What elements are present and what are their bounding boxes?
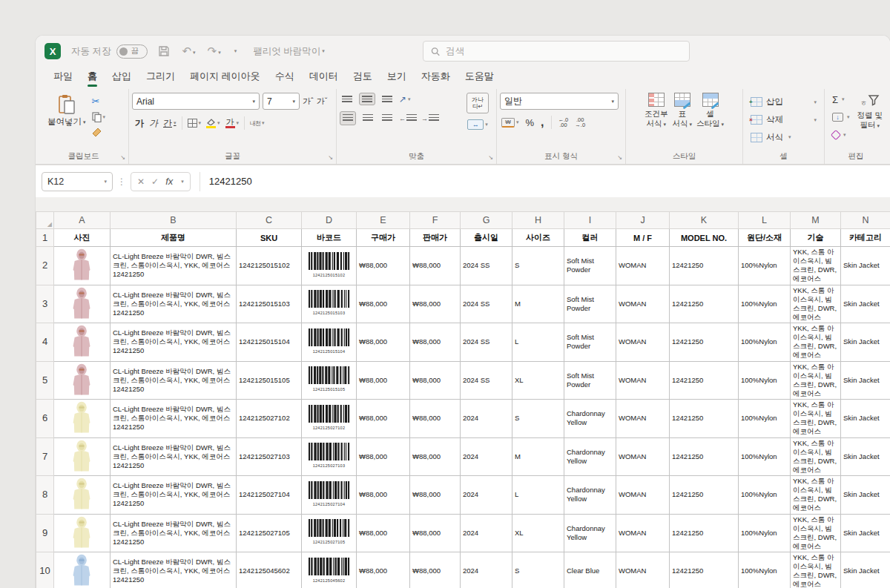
format-painter-button[interactable] bbox=[92, 128, 106, 137]
product-photo-cell[interactable] bbox=[54, 400, 111, 438]
sku-cell[interactable]: 1242125027102 bbox=[237, 400, 302, 438]
model-no-cell[interactable]: 12421250 bbox=[670, 400, 739, 438]
sku-cell[interactable]: 1242125027105 bbox=[237, 514, 302, 552]
percent-style-button[interactable]: % bbox=[526, 117, 535, 128]
model-no-cell[interactable]: 12421250 bbox=[670, 476, 739, 515]
increase-indent-button[interactable]: → bbox=[421, 114, 439, 122]
row-number[interactable]: 4 bbox=[36, 323, 54, 362]
ribbon-tab-수식[interactable]: 수식 bbox=[268, 70, 302, 89]
size-cell[interactable]: L bbox=[512, 476, 564, 515]
merge-center-button[interactable]: ↔ bbox=[467, 119, 488, 130]
gender-cell[interactable]: WOMAN bbox=[616, 514, 670, 552]
row-number[interactable]: 7 bbox=[36, 437, 54, 476]
formula-input[interactable]: 12421250 bbox=[200, 172, 890, 191]
gender-cell[interactable]: WOMAN bbox=[616, 323, 670, 362]
ribbon-tab-홈[interactable]: 홈 bbox=[80, 70, 105, 89]
column-header-J[interactable]: J bbox=[616, 212, 670, 229]
table-column-title[interactable]: 카테고리 bbox=[841, 229, 890, 247]
insert-cells-button[interactable]: + 삽입 bbox=[746, 93, 821, 110]
sale-price-cell[interactable]: ₩88,000 bbox=[410, 437, 461, 476]
model-no-cell[interactable]: 12421250 bbox=[670, 552, 739, 588]
clear-button[interactable] bbox=[832, 128, 850, 142]
row-number[interactable]: 2 bbox=[36, 247, 54, 285]
model-no-cell[interactable]: 12421250 bbox=[670, 247, 739, 285]
color-cell[interactable]: Chardonnay Yellow bbox=[564, 514, 616, 552]
column-header-A[interactable]: A bbox=[54, 212, 111, 229]
cancel-icon[interactable]: ✕ bbox=[137, 176, 145, 187]
column-header-F[interactable]: F bbox=[410, 212, 461, 229]
row-number[interactable]: 8 bbox=[36, 476, 54, 515]
fabric-cell[interactable]: 100%Nylon bbox=[739, 323, 791, 362]
fabric-cell[interactable]: 100%Nylon bbox=[739, 514, 791, 552]
ribbon-tab-검토[interactable]: 검토 bbox=[346, 70, 380, 89]
redo-button[interactable]: ↷ bbox=[208, 44, 221, 58]
search-input[interactable] bbox=[446, 46, 682, 56]
ribbon-tab-자동화[interactable]: 자동화 bbox=[414, 70, 458, 89]
font-size-combobox[interactable]: 7 bbox=[263, 93, 300, 110]
name-box[interactable]: K12 bbox=[42, 172, 113, 191]
sale-price-cell[interactable]: ₩88,000 bbox=[410, 323, 461, 362]
launch-date-cell[interactable]: 2024 SS bbox=[461, 361, 512, 400]
gender-cell[interactable]: WOMAN bbox=[616, 552, 670, 588]
ribbon-tab-보기[interactable]: 보기 bbox=[380, 70, 414, 89]
product-photo-cell[interactable] bbox=[54, 247, 111, 285]
size-cell[interactable]: M bbox=[512, 285, 564, 323]
product-photo-cell[interactable] bbox=[54, 285, 111, 323]
phonetic-guide-button[interactable]: 내천 bbox=[250, 119, 265, 128]
table-column-title[interactable]: 판매가 bbox=[410, 229, 461, 247]
borders-button[interactable] bbox=[188, 119, 202, 128]
size-cell[interactable]: S bbox=[512, 552, 564, 588]
product-photo-cell[interactable] bbox=[54, 552, 111, 588]
fabric-cell[interactable]: 100%Nylon bbox=[739, 552, 791, 588]
category-cell[interactable]: Skin Jacket bbox=[841, 437, 890, 476]
column-header-D[interactable]: D bbox=[302, 212, 357, 229]
column-header-B[interactable]: B bbox=[111, 212, 237, 229]
table-column-title[interactable]: 원단/소재 bbox=[739, 229, 791, 247]
product-name-cell[interactable]: CL-Light Breeze 바람막이 DWR, 빔스크린, 스톰아이스옥시,… bbox=[111, 361, 237, 400]
quick-access-overflow-chevron[interactable] bbox=[233, 48, 237, 54]
table-column-title[interactable]: 구매가 bbox=[357, 229, 410, 247]
ribbon-tab-그리기[interactable]: 그리기 bbox=[139, 70, 182, 89]
color-cell[interactable]: Chardonnay Yellow bbox=[564, 437, 616, 476]
launch-date-cell[interactable]: 2024 SS bbox=[461, 323, 512, 362]
column-header-N[interactable]: N bbox=[841, 212, 890, 229]
enter-icon[interactable]: ✓ bbox=[151, 176, 159, 187]
document-title[interactable]: 팰리엇 바람막이 bbox=[253, 45, 325, 58]
product-photo-cell[interactable] bbox=[54, 361, 111, 400]
fabric-cell[interactable]: 100%Nylon bbox=[739, 437, 791, 476]
formula-bar-splitter[interactable]: ⋮ bbox=[117, 176, 126, 187]
size-cell[interactable]: M bbox=[512, 437, 564, 476]
category-cell[interactable]: Skin Jacket bbox=[841, 514, 890, 552]
undo-button[interactable]: ↶ bbox=[182, 44, 195, 58]
purchase-price-cell[interactable]: ₩88,000 bbox=[357, 285, 410, 323]
category-cell[interactable]: Skin Jacket bbox=[841, 476, 890, 515]
ribbon-tab-삽입[interactable]: 삽입 bbox=[105, 70, 139, 89]
align-bottom-button[interactable] bbox=[380, 93, 395, 105]
tech-cell[interactable]: YKK, 스톰 아이스옥시, 빔스크린, DWR, 에코어스 bbox=[791, 552, 841, 588]
model-no-cell[interactable]: 12421250 bbox=[670, 323, 739, 362]
tech-cell[interactable]: YKK, 스톰 아이스옥시, 빔스크린, DWR, 에코어스 bbox=[791, 323, 841, 362]
excel-app-icon[interactable]: X bbox=[44, 43, 61, 59]
purchase-price-cell[interactable]: ₩88,000 bbox=[357, 476, 410, 515]
model-no-cell[interactable]: 12421250 bbox=[670, 361, 739, 400]
category-cell[interactable]: Skin Jacket bbox=[841, 361, 890, 400]
model-no-cell[interactable]: 12421250 bbox=[670, 437, 739, 476]
column-header-G[interactable]: G bbox=[461, 212, 512, 229]
underline-button[interactable]: 간 bbox=[163, 117, 177, 130]
color-cell[interactable]: Soft Mist Powder bbox=[564, 247, 616, 285]
tech-cell[interactable]: YKK, 스톰 아이스옥시, 빔스크린, DWR, 에코어스 bbox=[791, 285, 841, 323]
table-column-title[interactable]: SKU bbox=[237, 229, 302, 247]
table-column-title[interactable]: MODEL NO. bbox=[670, 229, 739, 247]
fabric-cell[interactable]: 100%Nylon bbox=[739, 247, 791, 285]
sku-cell[interactable]: 1242125015102 bbox=[237, 247, 302, 285]
gender-cell[interactable]: WOMAN bbox=[616, 361, 670, 400]
column-header-E[interactable]: E bbox=[357, 212, 410, 229]
column-header-H[interactable]: H bbox=[512, 212, 564, 229]
category-cell[interactable]: Skin Jacket bbox=[841, 247, 890, 285]
product-name-cell[interactable]: CL-Light Breeze 바람막이 DWR, 빔스크린, 스톰아이스옥시,… bbox=[111, 400, 237, 438]
purchase-price-cell[interactable]: ₩88,000 bbox=[357, 247, 410, 285]
decrease-indent-button[interactable]: ← bbox=[399, 114, 417, 122]
sale-price-cell[interactable]: ₩88,000 bbox=[410, 400, 461, 438]
paste-button[interactable]: 붙여넣기 bbox=[47, 93, 86, 137]
barcode-cell[interactable]: 1242125015105 bbox=[302, 361, 357, 400]
